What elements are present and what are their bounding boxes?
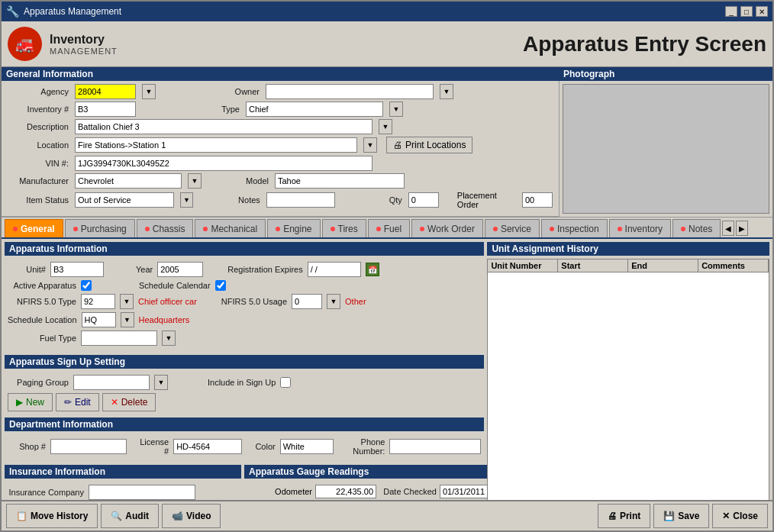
- type-input[interactable]: [246, 102, 383, 117]
- shop-input[interactable]: [50, 439, 127, 454]
- tab-chassis[interactable]: Chassis: [137, 219, 194, 237]
- print-locations-button[interactable]: 🖨 Print Locations: [386, 137, 472, 153]
- audit-button[interactable]: 🔍 Audit: [101, 504, 159, 528]
- type-dropdown[interactable]: ▼: [389, 102, 403, 117]
- description-input[interactable]: [75, 119, 372, 134]
- tab-dot: [376, 227, 381, 231]
- nfirs-usage-dropdown[interactable]: ▼: [327, 294, 340, 309]
- manufacturer-label: Manufacturer: [8, 176, 69, 185]
- nfirs-type-dropdown[interactable]: ▼: [120, 294, 134, 309]
- col-unit-number: Unit Number: [488, 260, 558, 272]
- move-history-button[interactable]: 📋 Move History: [6, 504, 98, 528]
- nfirs-type-input[interactable]: [81, 294, 115, 309]
- edit-button[interactable]: ✏ Edit: [56, 393, 99, 411]
- tab-engine[interactable]: Engine: [267, 219, 320, 237]
- tab-purchasing[interactable]: Purchasing: [65, 219, 135, 237]
- fuel-type-label: Fuel Type: [8, 334, 76, 343]
- tab-service[interactable]: Service: [485, 219, 540, 237]
- tab-mechanical[interactable]: Mechanical: [195, 219, 266, 237]
- video-button[interactable]: 📹 Video: [162, 504, 221, 528]
- color-input[interactable]: [280, 439, 334, 454]
- qty-input[interactable]: [408, 192, 439, 208]
- agency-label: Agency: [8, 87, 69, 96]
- reg-expires-input[interactable]: [308, 262, 361, 277]
- active-apparatus-checkbox[interactable]: [81, 280, 92, 291]
- owner-input[interactable]: [266, 84, 434, 99]
- vin-input[interactable]: [75, 156, 372, 171]
- minimize-button[interactable]: _: [725, 6, 737, 17]
- printer-icon: 🖨: [393, 140, 402, 150]
- agency-dropdown[interactable]: ▼: [142, 84, 156, 99]
- app-logo: 🚒: [8, 27, 42, 61]
- reg-expires-cal-btn[interactable]: 📅: [366, 263, 379, 276]
- inventory-input[interactable]: [75, 102, 136, 117]
- close-button[interactable]: ✕ Close: [712, 504, 768, 528]
- schedule-location-link[interactable]: Headquarters: [139, 315, 190, 324]
- fuel-type-dropdown[interactable]: ▼: [162, 330, 176, 346]
- ins-company-label: Insurance Company: [8, 488, 84, 497]
- nfirs-type-link[interactable]: Chief officer car: [138, 297, 197, 306]
- close-window-button[interactable]: ✕: [756, 6, 768, 17]
- include-signup-checkbox[interactable]: [280, 377, 291, 388]
- schedule-location-dropdown[interactable]: ▼: [121, 312, 134, 327]
- notes-input[interactable]: [266, 192, 335, 208]
- location-input[interactable]: [75, 137, 357, 153]
- photograph-header: Photograph: [559, 67, 772, 81]
- unit-history-body: [488, 272, 769, 500]
- tab-inventory[interactable]: Inventory: [609, 219, 671, 237]
- license-input[interactable]: [173, 439, 242, 454]
- owner-dropdown[interactable]: ▼: [440, 84, 453, 99]
- phone-input[interactable]: [389, 439, 481, 454]
- insurance-header: Insurance Information: [5, 465, 241, 479]
- ins-company-input[interactable]: [89, 485, 195, 500]
- manufacturer-dropdown[interactable]: ▼: [188, 173, 202, 189]
- delete-button[interactable]: ✕ Delete: [102, 393, 156, 411]
- inventory-label: Inventory #: [8, 105, 69, 114]
- nfirs-usage-input[interactable]: [292, 294, 322, 309]
- tab-fuel[interactable]: Fuel: [368, 219, 410, 237]
- paging-group-input[interactable]: [73, 375, 150, 390]
- active-apparatus-label: Active Apparatus: [8, 281, 76, 290]
- location-dropdown[interactable]: ▼: [363, 137, 377, 153]
- tab-work-order[interactable]: Work Order: [411, 219, 483, 237]
- tab-tires[interactable]: Tires: [322, 219, 366, 237]
- model-input[interactable]: [275, 173, 405, 189]
- vin-label: VIN #:: [8, 159, 69, 168]
- tab-notes[interactable]: Notes: [672, 219, 721, 237]
- tab-prev-arrow[interactable]: ◀: [722, 221, 734, 236]
- placement-order-input[interactable]: [522, 192, 553, 208]
- description-label: Description: [8, 122, 69, 131]
- maximize-button[interactable]: □: [740, 6, 753, 17]
- description-dropdown[interactable]: ▼: [379, 119, 392, 134]
- item-status-input[interactable]: [75, 192, 174, 208]
- tab-dot: [13, 227, 18, 231]
- print-button[interactable]: 🖨 Print: [598, 504, 650, 528]
- sign-up-header: Apparatus Sign Up Setting: [5, 355, 484, 369]
- unit-input[interactable]: [50, 262, 104, 277]
- tab-inspection[interactable]: Inspection: [541, 219, 608, 237]
- agency-input[interactable]: [75, 84, 136, 99]
- move-history-icon: 📋: [16, 511, 27, 521]
- odometer-input[interactable]: [315, 485, 376, 498]
- tabs-bar: General Purchasing Chassis Mechanical En…: [2, 218, 772, 239]
- delete-icon: ✕: [111, 397, 118, 408]
- tab-next-arrow[interactable]: ▶: [736, 221, 748, 236]
- nfirs-usage-link[interactable]: Other: [345, 297, 366, 306]
- new-button[interactable]: ▶ New: [8, 393, 53, 411]
- schedule-calendar-checkbox[interactable]: [215, 280, 226, 291]
- item-status-dropdown[interactable]: ▼: [180, 192, 193, 208]
- tab-dot: [420, 227, 424, 231]
- fuel-type-input[interactable]: [81, 330, 157, 346]
- tab-dot: [145, 227, 150, 231]
- odometer-date-input[interactable]: [440, 485, 493, 498]
- save-button[interactable]: 💾 Save: [653, 504, 709, 528]
- new-icon: ▶: [16, 397, 23, 408]
- paging-group-dropdown[interactable]: ▼: [154, 375, 168, 390]
- print-icon: 🖨: [608, 511, 617, 521]
- tab-general[interactable]: General: [5, 219, 63, 237]
- year-input[interactable]: [157, 262, 203, 277]
- schedule-location-input[interactable]: [82, 312, 116, 327]
- owner-label: Owner: [198, 87, 260, 96]
- col-end: End: [628, 260, 698, 272]
- manufacturer-input[interactable]: [75, 173, 182, 189]
